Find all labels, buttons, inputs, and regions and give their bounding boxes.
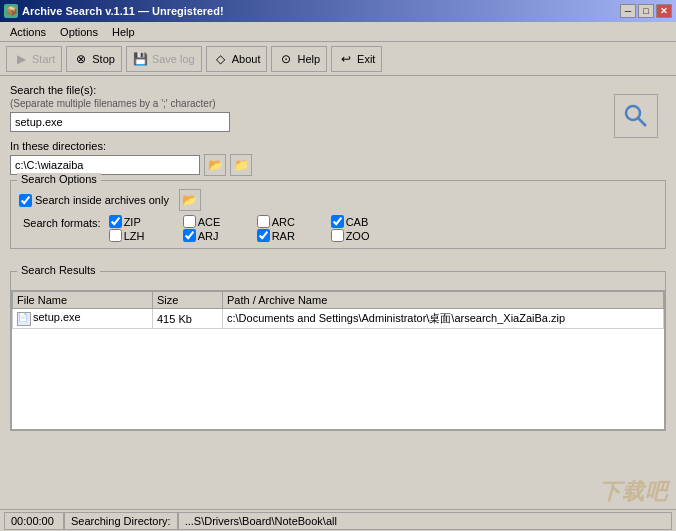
title-bar: 📦 Archive Search v.1.11 — Unregistered! … (0, 0, 676, 22)
table-row: 📄setup.exe 415 Kb c:\Documents and Setti… (13, 309, 664, 329)
archives-only-label: Search inside archives only (19, 194, 169, 207)
dir-input[interactable] (10, 155, 200, 175)
options-folder-icon: 📂 (182, 193, 197, 207)
format-rar-checkbox[interactable] (257, 229, 270, 242)
format-arc-checkbox[interactable] (257, 215, 270, 228)
stop-button[interactable]: ⊗ Stop (66, 46, 122, 72)
format-zoo: ZOO (331, 229, 401, 242)
menu-help[interactable]: Help (106, 25, 141, 39)
col-filename: File Name (13, 292, 153, 309)
status-time: 00:00:00 (4, 512, 64, 530)
search-files-label2: (Separate multiple filenames by a ';' ch… (10, 98, 596, 109)
format-arc: ARC (257, 215, 327, 228)
about-button[interactable]: ◇ About (206, 46, 268, 72)
search-files-input[interactable] (10, 112, 230, 132)
status-bar: 00:00:00 Searching Directory: ...S\Drive… (0, 509, 676, 531)
stop-icon: ⊗ (73, 51, 89, 67)
close-button[interactable]: ✕ (656, 4, 672, 18)
col-size: Size (153, 292, 223, 309)
menu-options[interactable]: Options (54, 25, 104, 39)
format-lzh: LZH (109, 229, 179, 242)
format-arj: ARJ (183, 229, 253, 242)
format-rar: RAR (257, 229, 327, 242)
col-path: Path / Archive Name (223, 292, 664, 309)
results-area: File Name Size Path / Archive Name 📄setu… (11, 290, 665, 430)
app-icon: 📦 (4, 4, 18, 18)
search-top-area: Search the file(s): (Separate multiple f… (10, 84, 666, 176)
minimize-button[interactable]: ─ (620, 4, 636, 18)
search-files-label1: Search the file(s): (10, 84, 596, 96)
start-button[interactable]: ▶ Start (6, 46, 62, 72)
status-dir: ...S\Drivers\Board\NoteBook\all (178, 512, 672, 530)
help-button[interactable]: ⊙ Help (271, 46, 327, 72)
browse-folder1-button[interactable]: 📂 (204, 154, 226, 176)
search-icon-box[interactable] (614, 94, 658, 138)
menu-actions[interactable]: Actions (4, 25, 52, 39)
format-lzh-checkbox[interactable] (109, 229, 122, 242)
format-arj-checkbox[interactable] (183, 229, 196, 242)
archives-only-row: Search inside archives only 📂 (19, 189, 657, 211)
format-zip-checkbox[interactable] (109, 215, 122, 228)
search-results-legend: Search Results (17, 264, 100, 276)
formats-label: Search formats: (23, 215, 101, 229)
status-searching-label: Searching Directory: (64, 512, 178, 530)
toolbar: ▶ Start ⊗ Stop 💾 Save log ◇ About ⊙ Help… (0, 42, 676, 76)
format-ace-checkbox[interactable] (183, 215, 196, 228)
exit-button[interactable]: ↩ Exit (331, 46, 382, 72)
window-title: Archive Search v.1.11 — Unregistered! (22, 5, 224, 17)
magnify-icon (622, 102, 650, 130)
svg-line-1 (638, 118, 646, 126)
format-ace: ACE (183, 215, 253, 228)
formats-row: Search formats: ZIP ACE ARC CAB (23, 215, 657, 242)
search-results-outer: Search Results File Name Size Path / Arc… (10, 271, 666, 431)
exit-icon: ↩ (338, 51, 354, 67)
formats-grid: ZIP ACE ARC CAB LZH (109, 215, 401, 242)
cell-path: c:\Documents and Settings\Administrator\… (223, 309, 664, 329)
about-icon: ◇ (213, 51, 229, 67)
watermark: 下载吧 (599, 477, 668, 507)
search-options-group: Search Options Search inside archives on… (10, 180, 666, 249)
results-table: File Name Size Path / Archive Name 📄setu… (12, 291, 664, 329)
savelog-icon: 💾 (133, 51, 149, 67)
browse-folder2-button[interactable]: 📁 (230, 154, 252, 176)
format-cab-checkbox[interactable] (331, 215, 344, 228)
search-dirs-label: In these directories: (10, 140, 596, 152)
search-left: Search the file(s): (Separate multiple f… (10, 84, 596, 176)
search-right (606, 84, 666, 176)
savelog-button[interactable]: 💾 Save log (126, 46, 202, 72)
main-content: Search the file(s): (Separate multiple f… (0, 76, 676, 265)
archives-only-checkbox[interactable] (19, 194, 32, 207)
folder1-icon: 📂 (208, 158, 223, 172)
options-folder-button[interactable]: 📂 (179, 189, 201, 211)
format-zip: ZIP (109, 215, 179, 228)
search-options-legend: Search Options (17, 173, 101, 185)
format-cab: CAB (331, 215, 401, 228)
maximize-button[interactable]: □ (638, 4, 654, 18)
help-icon: ⊙ (278, 51, 294, 67)
table-header-row: File Name Size Path / Archive Name (13, 292, 664, 309)
cell-size: 415 Kb (153, 309, 223, 329)
title-bar-left: 📦 Archive Search v.1.11 — Unregistered! (4, 4, 224, 18)
file-icon: 📄 (17, 312, 31, 326)
format-zoo-checkbox[interactable] (331, 229, 344, 242)
start-icon: ▶ (13, 51, 29, 67)
folder2-icon: 📁 (234, 158, 249, 172)
title-bar-controls: ─ □ ✕ (620, 4, 672, 18)
menu-bar: Actions Options Help (0, 22, 676, 42)
svg-point-0 (626, 106, 640, 120)
cell-filename: 📄setup.exe (13, 309, 153, 329)
